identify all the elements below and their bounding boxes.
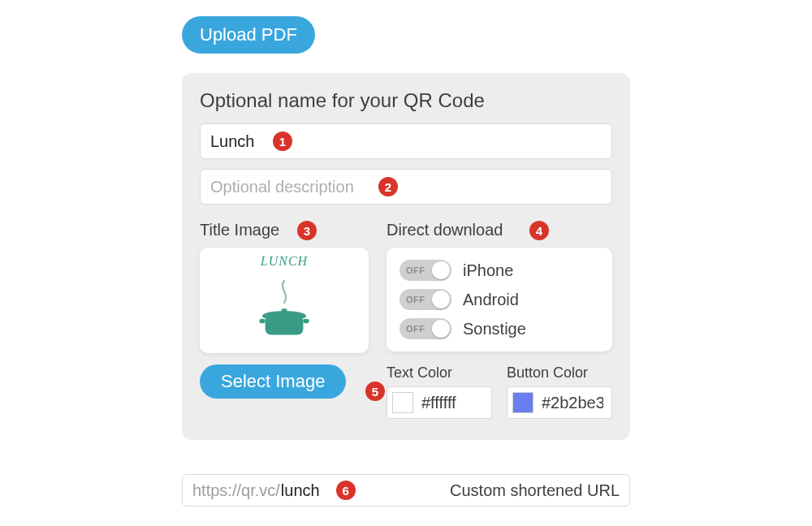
svg-rect-2 [259, 319, 265, 323]
text-color-label: Text Color [387, 364, 492, 382]
annotation-badge-2: 2 [378, 177, 398, 196]
title-image-preview: LUNCH [200, 248, 369, 353]
select-image-button[interactable]: Select Image [200, 364, 346, 399]
title-image-column: Title Image 3 LUNCH Select Image [200, 221, 369, 419]
toggle-label-iphone: iPhone [463, 261, 513, 280]
text-color-swatch [392, 392, 413, 413]
svg-rect-1 [281, 308, 287, 313]
button-color-input[interactable] [507, 386, 612, 419]
toggle-label-other: Sonstige [463, 320, 526, 338]
direct-download-column: Direct download 4 OFF iPhone OFF Android [387, 221, 612, 419]
toggle-off-text: OFF [406, 265, 425, 275]
button-color-block: Button Color [507, 364, 612, 419]
toggle-off-text: OFF [406, 295, 425, 304]
url-slug[interactable]: lunch [281, 481, 320, 500]
url-prefix: https://qr.vc/ [192, 481, 280, 500]
annotation-badge-1: 1 [273, 132, 292, 151]
text-color-block: Text Color [387, 364, 492, 419]
panel-title: Optional name for your QR Code [200, 89, 612, 112]
annotation-badge-5: 5 [365, 382, 385, 401]
button-color-label: Button Color [507, 364, 612, 382]
text-color-value[interactable] [420, 393, 485, 413]
annotation-badge-4: 4 [529, 221, 549, 240]
title-image-label: Title Image [200, 221, 279, 239]
name-input[interactable] [200, 123, 612, 159]
button-color-swatch [512, 392, 533, 413]
toggle-knob [432, 261, 450, 279]
annotation-badge-3: 3 [297, 221, 317, 240]
button-color-value[interactable] [540, 393, 605, 413]
toggle-knob [432, 291, 450, 308]
svg-rect-3 [303, 319, 309, 323]
toggle-android[interactable]: OFF [400, 289, 451, 310]
toggle-label-android: Android [463, 291, 519, 309]
toggle-other[interactable]: OFF [400, 318, 451, 339]
annotation-badge-6: 6 [336, 481, 356, 500]
custom-url-bar[interactable]: https://qr.vc/lunch 6 Custom shortened U… [182, 474, 630, 507]
cooking-pot-icon [248, 274, 321, 347]
toggle-row-iphone: OFF iPhone [400, 256, 599, 285]
toggle-row-android: OFF Android [400, 285, 599, 314]
upload-pdf-button[interactable]: Upload PDF [182, 16, 315, 54]
toggle-row-other: OFF Sonstige [400, 314, 599, 343]
toggle-off-text: OFF [406, 324, 425, 334]
description-input[interactable] [200, 169, 612, 205]
image-preview-caption: LUNCH [261, 254, 308, 269]
direct-download-card: OFF iPhone OFF Android OFF [387, 248, 612, 351]
text-color-input[interactable] [387, 386, 492, 419]
toggle-iphone[interactable]: OFF [400, 260, 451, 281]
toggle-knob [432, 320, 450, 338]
qr-settings-panel: Optional name for your QR Code 1 2 Title… [182, 73, 630, 440]
direct-download-label: Direct download [387, 221, 503, 239]
url-label: Custom shortened URL [401, 481, 620, 500]
